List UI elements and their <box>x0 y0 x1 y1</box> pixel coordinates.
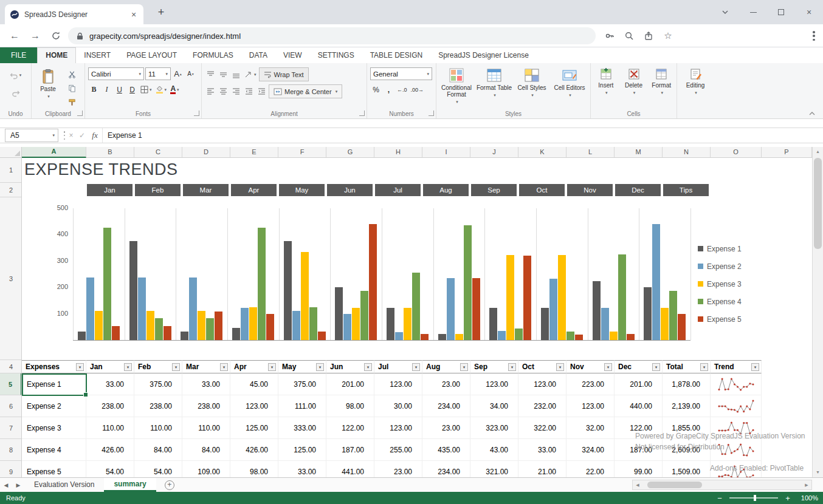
column-header-p[interactable]: P <box>762 147 812 158</box>
delete-button[interactable]: Delete▾ <box>621 66 647 96</box>
vertical-scroll-thumb[interactable] <box>814 158 822 249</box>
add-sheet-button[interactable]: + <box>165 480 174 490</box>
filter-dropdown-mar[interactable]: ▾ <box>220 363 228 371</box>
horizontal-scroll-thumb[interactable] <box>647 482 702 488</box>
filter-dropdown-sep[interactable]: ▾ <box>508 363 516 371</box>
cell-styles-button[interactable]: Cell Styles▾ <box>514 66 550 105</box>
align-middle-button[interactable] <box>218 68 229 81</box>
merge-center-button[interactable]: Merge & Center ▾ <box>269 84 342 98</box>
window-minimize-button[interactable] <box>739 0 767 24</box>
formula-input[interactable]: Expense 1 <box>102 128 823 143</box>
scroll-up-icon[interactable]: ▲ <box>813 147 823 157</box>
ribbon-tab-formulas[interactable]: FORMULAS <box>185 47 241 63</box>
column-header-d[interactable]: D <box>182 147 230 158</box>
cancel-entry-icon[interactable]: × <box>66 131 77 140</box>
month-button-jun[interactable]: Jun <box>327 184 373 196</box>
filter-dropdown-nov[interactable]: ▾ <box>604 363 612 371</box>
month-button-oct[interactable]: Oct <box>519 184 565 196</box>
column-header-c[interactable]: C <box>134 147 182 158</box>
column-header-e[interactable]: E <box>230 147 278 158</box>
format-painter-button[interactable] <box>64 96 80 108</box>
insert-button[interactable]: Insert▾ <box>593 66 619 96</box>
ribbon-tab-home[interactable]: HOME <box>37 47 76 63</box>
number-format-select[interactable]: General▾ <box>370 67 432 80</box>
decrease-indent-button[interactable] <box>243 85 255 98</box>
column-header-g[interactable]: G <box>326 147 374 158</box>
scroll-right-icon[interactable]: ▶ <box>802 483 811 488</box>
ribbon-tab-spreadjs-designer-license[interactable]: SpreadJS Designer License <box>430 47 537 63</box>
copy-button[interactable] <box>64 82 80 94</box>
row-header-8[interactable]: 8 <box>0 439 22 461</box>
url-text[interactable]: grapecity.com/spreadjs/designer/index.ht… <box>89 32 241 41</box>
key-icon[interactable] <box>603 29 616 43</box>
wrap-text-button[interactable]: Wrap Text <box>259 67 309 81</box>
clipboard-dialog-launcher[interactable] <box>77 111 83 116</box>
row-header-2[interactable]: 2 <box>0 183 22 197</box>
confirm-entry-icon[interactable]: ✓ <box>77 131 88 140</box>
italic-button[interactable]: I <box>101 83 112 96</box>
horizontal-scrollbar[interactable]: ◀ ▶ <box>632 480 812 490</box>
underline-button[interactable]: U <box>114 83 125 96</box>
sheet-tab-evaluation-version[interactable]: Evaluation Version <box>24 478 104 492</box>
align-right-button[interactable] <box>230 85 242 98</box>
format-table-button[interactable]: Format Table▾ <box>476 66 512 105</box>
row-header-1[interactable]: 1 <box>0 158 22 183</box>
reload-button[interactable] <box>49 29 63 43</box>
forward-button[interactable]: → <box>28 29 43 43</box>
browser-menu-icon[interactable] <box>813 31 815 41</box>
sheet-nav-right-icon[interactable]: ▶ <box>12 482 24 488</box>
ribbon-tab-page-layout[interactable]: PAGE LAYOUT <box>119 47 185 63</box>
month-button-jul[interactable]: Jul <box>375 184 421 196</box>
double-underline-button[interactable]: D <box>126 83 138 96</box>
increase-font-button[interactable]: A▴ <box>172 67 184 80</box>
month-button-aug[interactable]: Aug <box>423 184 469 196</box>
month-button-feb[interactable]: Feb <box>135 184 181 196</box>
row-header-6[interactable]: 6 <box>0 395 22 417</box>
filter-dropdown-jul[interactable]: ▾ <box>412 363 420 371</box>
filter-dropdown-aug[interactable]: ▾ <box>460 363 468 371</box>
new-tab-button[interactable]: + <box>153 5 169 21</box>
column-header-m[interactable]: M <box>615 147 663 158</box>
url-bar[interactable]: grapecity.com/spreadjs/designer/index.ht… <box>68 27 596 44</box>
fonts-dialog-launcher[interactable] <box>194 111 199 116</box>
column-header-i[interactable]: I <box>422 147 470 158</box>
filter-dropdown-may[interactable]: ▾ <box>316 363 324 371</box>
column-header-h[interactable]: H <box>374 147 422 158</box>
redo-button[interactable] <box>8 87 24 99</box>
filter-dropdown-apr[interactable]: ▾ <box>268 363 276 371</box>
month-button-tips[interactable]: Tips <box>663 184 709 196</box>
window-close-button[interactable]: × <box>795 0 823 24</box>
decrease-decimal-button[interactable]: .00→ <box>410 83 425 96</box>
column-header-f[interactable]: F <box>278 147 326 158</box>
vertical-scrollbar[interactable]: ▲ ▼ <box>812 147 823 477</box>
sheet-nav-left-icon[interactable]: ◀ <box>0 482 12 488</box>
scroll-down-icon[interactable]: ▼ <box>813 468 823 477</box>
cell-editors-button[interactable]: Cell Editors▾ <box>551 66 588 105</box>
column-header-a[interactable]: A <box>22 147 86 158</box>
column-header-j[interactable]: J <box>470 147 518 158</box>
filter-dropdown-expenses[interactable]: ▾ <box>76 363 84 371</box>
ribbon-tab-table-design[interactable]: TABLE DESIGN <box>362 47 430 63</box>
ribbon-tab-data[interactable]: DATA <box>241 47 275 63</box>
align-center-button[interactable] <box>218 85 229 98</box>
filter-dropdown-jan[interactable]: ▾ <box>124 363 132 371</box>
undo-button[interactable]: ▾ <box>8 69 24 81</box>
font-size-select[interactable]: 11▾ <box>145 67 171 80</box>
alignment-dialog-launcher[interactable] <box>359 111 365 116</box>
increase-decimal-button[interactable]: ←.0 <box>396 83 408 96</box>
back-button[interactable]: ← <box>7 29 22 43</box>
zoom-in-button[interactable]: + <box>783 494 792 503</box>
numbers-dialog-launcher[interactable] <box>429 111 434 116</box>
filter-dropdown-feb[interactable]: ▾ <box>172 363 180 371</box>
fill-color-button[interactable]: ▾ <box>154 83 168 96</box>
column-header-o[interactable]: O <box>711 147 762 158</box>
tab-close-icon[interactable]: × <box>129 10 139 19</box>
collapse-ribbon-icon[interactable] <box>808 111 816 116</box>
month-button-apr[interactable]: Apr <box>231 184 277 196</box>
font-color-button[interactable]: A▾ <box>169 83 181 96</box>
scroll-left-icon[interactable]: ◀ <box>633 483 642 488</box>
row-header-3[interactable]: 3 <box>0 197 22 360</box>
filter-dropdown-oct[interactable]: ▾ <box>556 363 564 371</box>
share-icon[interactable] <box>642 29 655 43</box>
horizontal-scroll-track[interactable] <box>642 480 802 489</box>
